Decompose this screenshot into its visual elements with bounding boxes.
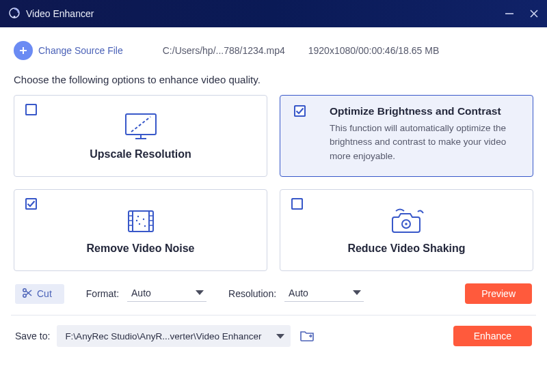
svg-point-26 [137,216,138,217]
save-path-box: F:\AnyRec Studio\AnyR...verter\Video Enh… [57,325,290,347]
main-panel: Change Source File C:/Users/hp/...788/12… [5,33,542,392]
option-upscale-resolution[interactable]: Upscale Resolution [14,95,267,177]
format-label: Format: [86,288,119,299]
chevron-down-icon [196,290,204,295]
svg-rect-15 [26,199,36,209]
option-reduce-shaking[interactable]: Reduce Video Shaking [280,189,533,271]
resolution-label: Resolution: [228,288,276,299]
svg-point-28 [138,223,139,225]
checkbox-checked-icon[interactable] [294,105,306,117]
option-description: This function will automatically optimiz… [330,122,516,163]
svg-line-37 [26,291,31,296]
film-noise-icon [122,206,160,237]
option-optimize-brightness[interactable]: Optimize Brightness and Contrast This fu… [280,95,533,177]
chevron-down-icon [353,290,361,295]
save-to-label: Save to: [15,331,50,341]
app-title: Video Enhancer [26,8,94,19]
cut-label: Cut [37,288,52,299]
resolution-value: Auto [289,288,308,298]
checkbox-icon[interactable] [25,104,37,115]
format-dropdown[interactable]: Auto [127,286,206,302]
cut-button[interactable]: Cut [15,284,64,304]
svg-rect-13 [295,106,305,116]
save-path-text: F:\AnyRec Studio\AnyR...verter\Video Enh… [57,331,269,341]
option-title: Optimize Brightness and Contrast [330,105,516,117]
browse-folder-button[interactable] [297,328,317,344]
change-source-link[interactable]: Change Source File [38,45,123,56]
preview-button[interactable]: Preview [465,283,532,304]
svg-line-38 [26,290,31,295]
option-title: Reduce Video Shaking [347,242,465,255]
scissors-icon [22,288,33,300]
svg-rect-7 [26,104,36,115]
monitor-icon [122,111,160,143]
source-row: Change Source File C:/Users/hp/...788/12… [11,40,536,67]
option-title: Upscale Resolution [90,148,191,160]
checkbox-checked-icon[interactable] [25,198,37,210]
svg-point-29 [144,225,145,227]
source-fileinfo: 1920x1080/00:00:46/18.65 MB [308,45,440,56]
add-source-button[interactable] [14,41,33,60]
option-title: Remove Video Noise [87,242,195,255]
minimize-button[interactable] [503,8,516,20]
enhance-button[interactable]: Enhance [453,326,532,346]
save-path-dropdown[interactable] [270,325,291,347]
footer-bar: Save to: F:\AnyRec Studio\AnyR...verter\… [11,315,536,347]
svg-line-10 [131,117,150,132]
svg-point-34 [405,223,408,225]
camera-shake-icon [386,206,427,237]
chevron-down-icon [276,334,284,339]
close-button[interactable] [528,8,540,20]
svg-point-30 [135,220,137,221]
format-value: Auto [131,288,151,298]
options-grid: Upscale Resolution Optimize Brightness a… [11,95,536,271]
svg-point-1 [14,16,16,18]
resolution-dropdown[interactable]: Auto [284,286,364,302]
source-filepath: C:/Users/hp/...788/1234.mp4 [163,45,285,56]
svg-rect-31 [292,199,302,209]
controls-bar: Cut Format: Auto Resolution: Auto Previe… [11,271,536,311]
app-logo-icon [8,7,21,21]
instruction-text: Choose the following options to enhance … [11,67,536,95]
title-bar: Video Enhancer [0,0,547,27]
svg-point-27 [142,219,144,220]
option-remove-noise[interactable]: Remove Video Noise [14,189,267,271]
checkbox-icon[interactable] [291,198,303,210]
